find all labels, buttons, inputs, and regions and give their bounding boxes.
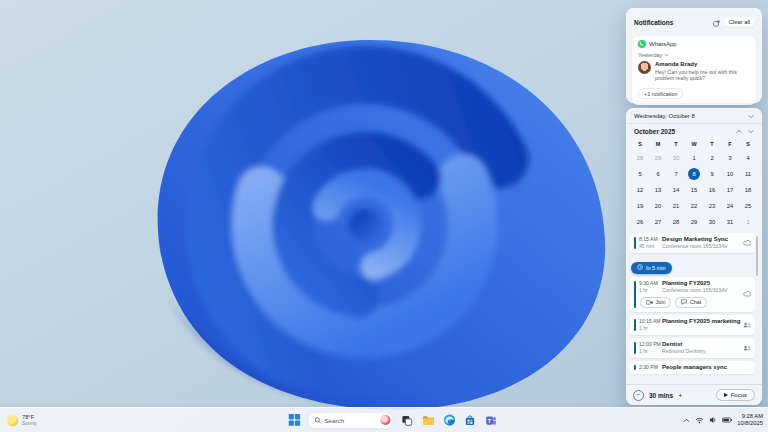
search-box[interactable]: Search [307, 412, 393, 429]
calendar-day[interactable]: 6 [649, 166, 667, 182]
calendar-day[interactable]: 26 [631, 214, 649, 230]
wifi-icon[interactable] [695, 417, 704, 424]
calendar-day[interactable]: 25 [739, 198, 757, 214]
volume-icon[interactable] [709, 416, 717, 424]
event-time: 12:00 PM1 hr [639, 341, 662, 355]
file-explorer-button[interactable] [420, 413, 435, 428]
calendar-day[interactable]: 16 [703, 182, 721, 198]
calendar-day[interactable]: 9 [703, 166, 721, 182]
notification-group-label[interactable]: Yesterday [638, 52, 750, 58]
event-location: Conference room 165/313AV [662, 243, 743, 250]
calendar-month-label: October 2025 [634, 128, 736, 135]
calendar-day[interactable]: 27 [649, 214, 667, 230]
battery-icon[interactable] [722, 417, 732, 423]
teams-button[interactable]: T [483, 413, 498, 428]
notification-message[interactable]: Amanda Brady Hey! Can you help me out wi… [638, 61, 750, 82]
calendar-day[interactable]: 20 [649, 198, 667, 214]
event-location: Redmond Dentistry [662, 348, 743, 355]
edge-button[interactable] [441, 413, 456, 428]
calendar-day[interactable]: 1 [685, 150, 703, 166]
calendar-day[interactable]: 8 [685, 166, 703, 182]
calendar-day[interactable]: 2 [703, 150, 721, 166]
event-location: Conference room 165/313AV [662, 287, 743, 294]
event-card[interactable]: 10:15 AM1 hrPlanning FY2025 marketing [630, 315, 755, 335]
event-card[interactable]: 8:15 AM45 minDesign Marketing SyncConfer… [630, 233, 755, 253]
clear-all-button[interactable]: Clear all [724, 17, 755, 27]
calendar-day[interactable]: 28 [631, 150, 649, 166]
calendar-day[interactable]: 23 [703, 198, 721, 214]
calendar-footer: − 30 mins + Focus [626, 384, 762, 405]
calendar-day[interactable]: 11 [739, 166, 757, 182]
events-scrollbar[interactable] [756, 236, 758, 276]
calendar-day[interactable]: 24 [721, 198, 739, 214]
clock[interactable]: 9:28 AM 10/8/2025 [737, 413, 763, 427]
event-time: 10:15 AM1 hr [639, 318, 662, 332]
calendar-day[interactable]: 29 [649, 150, 667, 166]
tray-chevron-up-icon[interactable] [683, 418, 690, 423]
calendar-date-label: Wednesday, October 8 [634, 113, 748, 119]
calendar-day[interactable]: 1 [739, 214, 757, 230]
weekday-label: F [721, 139, 739, 150]
event-card[interactable]: 2:30 PMPeople managers sync [630, 361, 755, 374]
calendar-day[interactable]: 30 [667, 150, 685, 166]
agenda-list: 8:15 AM45 minDesign Marketing SyncConfer… [630, 233, 758, 384]
weekday-label: M [649, 139, 667, 150]
widgets-button[interactable]: 78°F Sunny [7, 408, 37, 432]
calendar-day[interactable]: 4 [739, 150, 757, 166]
people-icon [743, 345, 751, 351]
event-duration: 1 hr [639, 325, 648, 331]
next-month-icon[interactable] [748, 129, 754, 134]
people-icon [743, 322, 751, 328]
chat-button[interactable]: Chat [675, 297, 707, 308]
notification-settings-icon[interactable] [713, 13, 720, 31]
calendar-day[interactable]: 28 [667, 214, 685, 230]
increase-duration-button[interactable]: + [678, 392, 682, 399]
tray-date: 10/8/2025 [737, 420, 763, 427]
notification-card[interactable]: WhatsApp Yesterday Amanda Brady Hey! Can… [632, 36, 756, 105]
event-duration: 1 hr [639, 287, 648, 293]
calendar-day[interactable]: 15 [685, 182, 703, 198]
calendar-day[interactable]: 31 [721, 214, 739, 230]
calendar-grid: 2829301234567891011121314151617181920212… [626, 150, 762, 230]
weekday-label: W [685, 139, 703, 150]
calendar-month-row: October 2025 [626, 124, 762, 136]
task-view-button[interactable] [399, 413, 414, 428]
selected-day[interactable]: 8 [688, 168, 700, 180]
more-notifications-button[interactable]: +1 notification [638, 88, 683, 99]
play-icon [724, 393, 728, 397]
start-button[interactable] [286, 413, 301, 428]
calendar-day[interactable]: 30 [703, 214, 721, 230]
calendar-day[interactable]: 14 [667, 182, 685, 198]
calendar-day[interactable]: 12 [631, 182, 649, 198]
calendar-day[interactable]: 10 [721, 166, 739, 182]
calendar-day[interactable]: 7 [667, 166, 685, 182]
focus-button[interactable]: Focus [716, 389, 755, 401]
calendar-day[interactable]: 19 [631, 198, 649, 214]
event-card[interactable]: 9:30 AM1 hrPlanning FY2025Conference roo… [630, 277, 755, 312]
calendar-day[interactable]: 22 [685, 198, 703, 214]
calendar-day[interactable]: 21 [667, 198, 685, 214]
search-icon [314, 417, 321, 424]
calendar-day[interactable]: 29 [685, 214, 703, 230]
microsoft-store-button[interactable] [462, 413, 477, 428]
calendar-day[interactable]: 5 [631, 166, 649, 182]
calendar-day[interactable]: 13 [649, 182, 667, 198]
event-duration: 45 min [639, 243, 654, 249]
event-title: Planning FY2025 [662, 280, 743, 287]
notifications-header: Notifications Clear all [626, 8, 762, 34]
focus-duration-label[interactable]: 30 mins [649, 392, 673, 399]
decrease-duration-button[interactable]: − [633, 390, 644, 401]
event-time: 8:15 AM45 min [639, 236, 662, 250]
collapse-calendar-icon[interactable] [748, 114, 754, 119]
join-button[interactable]: Join [640, 297, 671, 308]
calendar-weekday-row: SMTWTFS [626, 139, 762, 150]
avatar [638, 61, 651, 74]
calendar-day[interactable]: 3 [721, 150, 739, 166]
calendar-date-header[interactable]: Wednesday, October 8 [626, 108, 762, 124]
reminder-pill[interactable]: In 5 min [631, 262, 672, 274]
weather-sun-icon [7, 415, 18, 426]
calendar-day[interactable]: 18 [739, 182, 757, 198]
prev-month-icon[interactable] [736, 129, 742, 134]
calendar-day[interactable]: 17 [721, 182, 739, 198]
event-card[interactable]: 12:00 PM1 hrDentistRedmond Dentistry [630, 338, 755, 358]
